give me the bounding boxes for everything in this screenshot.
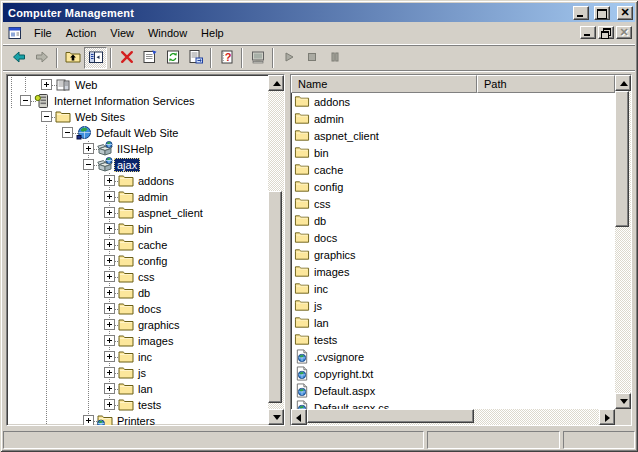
tree-item-label[interactable]: Web Sites bbox=[72, 110, 128, 124]
tree-item-label[interactable]: tests bbox=[135, 398, 164, 412]
tree-item-label[interactable]: Internet Information Services bbox=[51, 94, 198, 108]
expand-toggle[interactable] bbox=[104, 383, 115, 394]
tree-vertical-scrollbar[interactable] bbox=[268, 75, 284, 425]
expand-toggle[interactable] bbox=[104, 399, 115, 410]
list-horizontal-scrollbar[interactable] bbox=[291, 409, 615, 425]
menu-window[interactable]: Window bbox=[141, 24, 194, 43]
list-item-lan[interactable]: lan bbox=[291, 314, 615, 331]
tree-item-label[interactable]: addons bbox=[135, 174, 177, 188]
list-item--cvsignore[interactable]: .cvsignore bbox=[291, 348, 615, 365]
tree-item-config[interactable]: config bbox=[7, 253, 268, 269]
scroll-track[interactable] bbox=[615, 91, 631, 393]
expand-toggle[interactable] bbox=[83, 415, 94, 425]
expand-toggle[interactable] bbox=[104, 223, 115, 234]
list-item-js[interactable]: js bbox=[291, 297, 615, 314]
expand-toggle[interactable] bbox=[104, 255, 115, 266]
child-restore-button[interactable] bbox=[598, 26, 614, 39]
tree-item-default-web-site[interactable]: Default Web Site bbox=[7, 125, 268, 141]
tree-item-web[interactable]: Web bbox=[7, 77, 268, 93]
scroll-thumb[interactable] bbox=[268, 191, 282, 403]
scroll-track[interactable] bbox=[307, 409, 599, 425]
help-button[interactable]: ? bbox=[215, 47, 238, 69]
tree-item-label[interactable]: css bbox=[135, 270, 158, 284]
tree-item-tests[interactable]: tests bbox=[7, 397, 268, 413]
expand-toggle[interactable] bbox=[104, 271, 115, 282]
scroll-down-button[interactable] bbox=[615, 393, 631, 409]
up-one-level-button[interactable] bbox=[61, 47, 84, 69]
list-item-graphics[interactable]: graphics bbox=[291, 246, 615, 263]
expand-toggle[interactable] bbox=[104, 303, 115, 314]
list-item-copyright-txt[interactable]: copyright.txt bbox=[291, 365, 615, 382]
menu-help[interactable]: Help bbox=[194, 24, 231, 43]
minimize-button[interactable] bbox=[573, 6, 589, 20]
tree-item-label[interactable]: ajax bbox=[114, 158, 140, 172]
scroll-up-button[interactable] bbox=[615, 75, 631, 91]
export-list-button[interactable] bbox=[184, 47, 207, 69]
show-hide-console-tree-button[interactable] bbox=[84, 47, 107, 69]
tree-item-graphics[interactable]: graphics bbox=[7, 317, 268, 333]
expand-toggle[interactable] bbox=[104, 191, 115, 202]
scroll-thumb[interactable] bbox=[615, 91, 629, 227]
tree-item-label[interactable]: db bbox=[135, 286, 153, 300]
collapse-toggle[interactable] bbox=[41, 111, 52, 122]
tree-item-css[interactable]: css bbox=[7, 269, 268, 285]
list-item-db[interactable]: db bbox=[291, 212, 615, 229]
tree-item-label[interactable]: docs bbox=[135, 302, 164, 316]
expand-toggle[interactable] bbox=[104, 351, 115, 362]
tree-item-label[interactable]: IISHelp bbox=[114, 142, 156, 156]
list-item-config[interactable]: config bbox=[291, 178, 615, 195]
scroll-down-button[interactable] bbox=[268, 409, 284, 425]
expand-toggle[interactable] bbox=[41, 79, 52, 90]
list-item-cache[interactable]: cache bbox=[291, 161, 615, 178]
scroll-right-button[interactable] bbox=[599, 409, 615, 425]
child-close-button[interactable]: ✕ bbox=[616, 26, 632, 39]
tree-item-label[interactable]: config bbox=[135, 254, 170, 268]
tree-item-inc[interactable]: inc bbox=[7, 349, 268, 365]
tree-item-label[interactable]: cache bbox=[135, 238, 170, 252]
expand-toggle[interactable] bbox=[104, 207, 115, 218]
close-button[interactable]: ✕ bbox=[617, 6, 633, 20]
tree-item-images[interactable]: images bbox=[7, 333, 268, 349]
list-vertical-scrollbar[interactable] bbox=[615, 75, 631, 425]
collapse-toggle[interactable] bbox=[62, 127, 73, 138]
collapse-toggle[interactable] bbox=[20, 95, 31, 106]
expand-toggle[interactable] bbox=[104, 367, 115, 378]
list-item-addons[interactable]: addons bbox=[291, 93, 615, 110]
tree-item-iishelp[interactable]: IISHelp bbox=[7, 141, 268, 157]
scroll-track[interactable] bbox=[268, 91, 284, 409]
scroll-thumb[interactable] bbox=[307, 409, 474, 423]
tree-item-label[interactable]: images bbox=[135, 334, 176, 348]
console-window-icon[interactable] bbox=[7, 25, 23, 41]
tree-item-web-sites[interactable]: Web Sites bbox=[7, 109, 268, 125]
tree-item-addons[interactable]: addons bbox=[7, 173, 268, 189]
list-item-tests[interactable]: tests bbox=[291, 331, 615, 348]
menu-action[interactable]: Action bbox=[59, 24, 104, 43]
properties-button[interactable] bbox=[138, 47, 161, 69]
list-item-images[interactable]: images bbox=[291, 263, 615, 280]
tree-item-db[interactable]: db bbox=[7, 285, 268, 301]
tree-item-label[interactable]: Printers bbox=[114, 414, 158, 425]
tree-item-label[interactable]: graphics bbox=[135, 318, 183, 332]
expand-toggle[interactable] bbox=[83, 143, 94, 154]
tree-item-aspnet-client[interactable]: aspnet_client bbox=[7, 205, 268, 221]
scroll-up-button[interactable] bbox=[268, 75, 284, 91]
tree-item-label[interactable]: admin bbox=[135, 190, 171, 204]
list-item-admin[interactable]: admin bbox=[291, 110, 615, 127]
tree-item-label[interactable]: Default Web Site bbox=[93, 126, 181, 140]
tree-item-label[interactable]: js bbox=[135, 366, 149, 380]
tree-item-label[interactable]: aspnet_client bbox=[135, 206, 206, 220]
tree-item-label[interactable]: Web bbox=[72, 78, 100, 92]
tree-item-js[interactable]: js bbox=[7, 365, 268, 381]
title-bar[interactable]: Computer Management ✕ bbox=[3, 3, 635, 22]
tree-item-label[interactable]: lan bbox=[135, 382, 156, 396]
list-item-bin[interactable]: bin bbox=[291, 144, 615, 161]
column-header-name[interactable]: Name bbox=[291, 75, 477, 93]
list-item-default-aspx-cs[interactable]: Default.aspx.cs bbox=[291, 399, 615, 409]
tree-item-printers[interactable]: Printers bbox=[7, 413, 268, 425]
list-item-docs[interactable]: docs bbox=[291, 229, 615, 246]
list-item-aspnet-client[interactable]: aspnet_client bbox=[291, 127, 615, 144]
tree-item-lan[interactable]: lan bbox=[7, 381, 268, 397]
expand-toggle[interactable] bbox=[104, 287, 115, 298]
list-item-css[interactable]: css bbox=[291, 195, 615, 212]
expand-toggle[interactable] bbox=[104, 319, 115, 330]
